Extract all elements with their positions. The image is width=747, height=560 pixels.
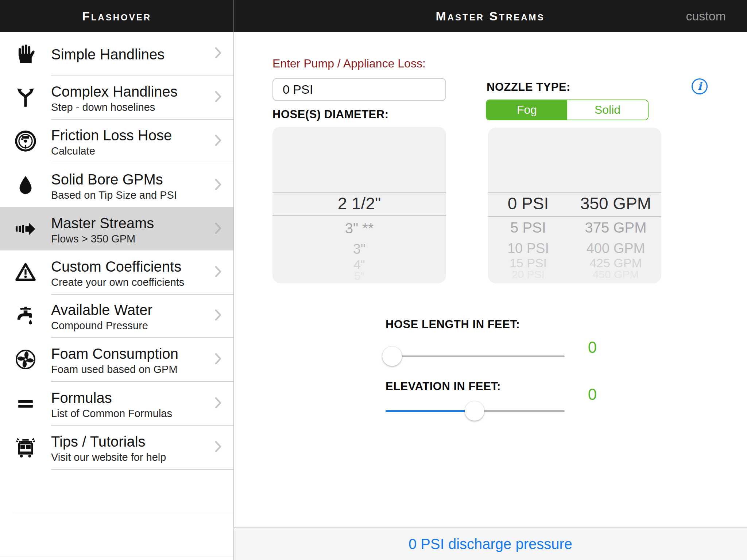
picker-option[interactable]: 5" [272,270,446,282]
sidebar-item-subtitle: Create your own coefficients [51,276,184,289]
sidebar-app-title: Flashover [0,0,233,32]
picker-option[interactable]: 3" ** [272,220,446,237]
water-drop-icon [13,173,38,198]
hose-length-value: 0 [581,338,603,357]
sidebar-main-divider [233,32,234,560]
nozzle-type-label: NOZZLE TYPE: [487,81,570,94]
picker-selection-line [488,216,661,217]
hose-diameter-picker[interactable]: 2 1/2" 3" ** 3" 4" 5" [272,127,446,283]
gpm-value: 375 GPM [561,219,661,236]
nozzle-type-segmented-control: Fog Solid [486,100,649,120]
chevron-right-icon [215,222,221,236]
split-arrows-icon [13,85,38,110]
sidebar-item-subtitle: Based on Tip Size and PSI [51,188,177,202]
chevron-right-icon [215,134,221,148]
header-divider [233,0,234,32]
sidebar-item-available-water[interactable]: Available Water Compound Pressure [0,294,233,337]
chevron-right-icon [215,353,221,366]
fire-truck-icon [13,435,38,460]
sidebar-item-solid-bore-gpms[interactable]: Solid Bore GPMs Based on Tip Size and PS… [0,163,233,207]
pump-loss-input[interactable] [272,78,446,101]
app-root: Flashover Master Streams custom Simple H… [0,0,747,560]
sidebar-item-title: Master Streams [51,214,154,232]
elevation-label: ELEVATION IN FEET: [386,380,501,393]
hose-diameter-label: HOSE(S) DIAMETER: [272,108,389,121]
sidebar-item-master-streams[interactable]: Master Streams Flows > 350 GPM [0,207,233,250]
chevron-right-icon [215,397,221,411]
picker-selection-line [272,192,446,193]
flow-rate-picker[interactable]: 0 PSI 350 GPM 5 PSI 375 GPM 10 PSI 400 G… [488,128,661,283]
sidebar-item-title: Foam Consumption [51,345,178,363]
sidebar-item-foam-consumption[interactable]: Foam Consumption Foam used based on GPM [0,337,233,381]
sidebar-item-subtitle: Step - down hoselines [51,101,178,114]
picker-option-selected[interactable]: 2 1/2" [272,194,446,213]
hose-length-slider-track[interactable] [386,355,565,357]
divider [12,513,233,513]
sidebar-item-subtitle: Foam used based on GPM [51,363,178,376]
psi-value: 5 PSI [488,219,568,236]
nozzle-solid-segment[interactable]: Solid [567,100,648,120]
sidebar-item-title: Formulas [51,389,172,407]
nozzle-fog-segment[interactable]: Fog [487,100,567,120]
stream-arrow-icon [13,217,38,241]
picker-selection-line [488,192,661,193]
sidebar-item-title: Tips / Tutorials [51,432,166,451]
page-title: Master Streams [233,0,747,32]
gauge-icon [13,129,38,153]
gpm-value: 450 GPM [561,268,661,281]
picker-option[interactable]: 3" [272,241,446,257]
custom-button[interactable]: custom [686,0,726,32]
equals-icon [13,391,38,416]
pump-loss-label: Enter Pump / Appliance Loss: [272,57,426,70]
psi-value: 20 PSI [488,268,568,281]
sidebar-item-title: Friction Loss Hose [51,126,172,144]
sidebar-item-subtitle: Compound Pressure [51,319,152,332]
hose-length-label: HOSE LENGTH IN FEET: [386,318,520,331]
sidebar-item-friction-loss-hose[interactable]: Friction Loss Hose Calculate [0,119,233,163]
sidebar-item-tips-tutorials[interactable]: Tips / Tutorials Visit our website for h… [0,425,233,469]
elevation-slider-fill [386,410,475,412]
sidebar-item-formulas[interactable]: Formulas List of Common Formulas [0,381,233,425]
chevron-right-icon [215,265,221,279]
warning-triangle-icon [13,260,38,285]
discharge-pressure-text: 0 PSI discharge pressure [409,536,572,552]
sidebar-item-title: Solid Bore GPMs [51,170,177,188]
gpm-value: 350 GPM [561,194,661,213]
divider [51,469,233,470]
hand-icon [13,41,38,66]
sidebar-item-subtitle: List of Common Formulas [51,407,172,420]
chevron-right-icon [215,90,221,104]
sidebar-item-complex-handlines[interactable]: Complex Handlines Step - down hoselines [0,75,233,119]
sidebar-item-subtitle: Flows > 350 GPM [51,232,154,246]
sidebar-item-simple-handlines[interactable]: Simple Handlines [0,32,233,75]
chevron-right-icon [215,47,221,61]
psi-value: 0 PSI [488,194,568,213]
sidebar-item-custom-coefficients[interactable]: Custom Coefficients Create your own coef… [0,250,233,294]
chevron-right-icon [215,309,221,323]
elevation-value: 0 [581,385,603,404]
gpm-value: 400 GPM [561,241,661,256]
sidebar-item-title: Complex Handlines [51,82,178,101]
psi-value: 10 PSI [488,241,568,256]
sidebar-item-title: Available Water [51,301,152,319]
divider [0,557,233,557]
chevron-right-icon [215,178,221,192]
sidebar-item-title: Custom Coefficients [51,257,184,276]
sidebar-item-subtitle: Calculate [51,144,172,158]
fan-icon [13,347,38,372]
info-icon[interactable]: i [692,78,708,94]
sidebar-item-subtitle: Visit our website for help [51,451,166,464]
hose-length-slider-thumb[interactable] [382,346,402,366]
discharge-pressure-bar: 0 PSI discharge pressure [234,528,747,560]
sidebar-item-title: Simple Handlines [51,45,165,63]
chevron-right-icon [215,440,221,454]
faucet-icon [13,303,38,328]
picker-selection-line [272,215,446,216]
elevation-slider-thumb[interactable] [465,401,484,421]
